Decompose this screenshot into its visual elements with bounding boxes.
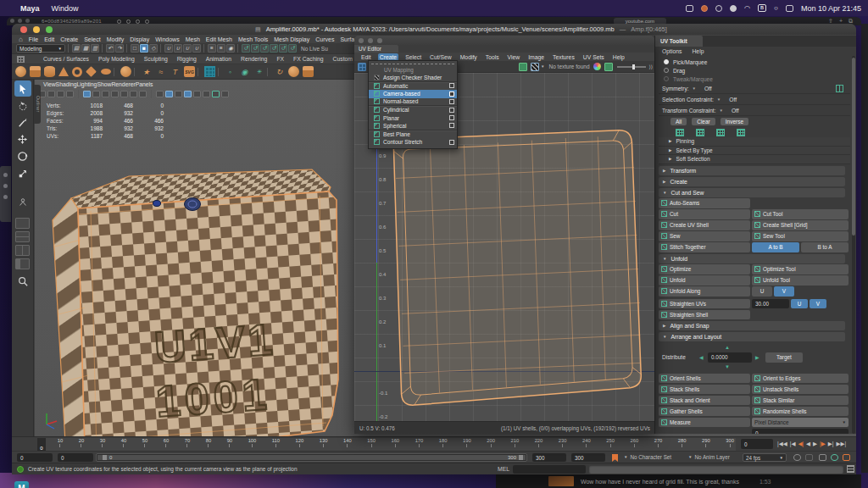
rotate-orange-icon[interactable]: ↻ [274,66,285,77]
playback-button[interactable]: |▶ [820,441,826,447]
dropdown-menu-item[interactable]: Camera-based [369,90,457,98]
current-frame-field[interactable]: 0 [741,439,773,449]
lighting-icon[interactable] [111,91,119,97]
distribute-value-field[interactable]: 0.0000 [708,352,752,363]
playback-button[interactable]: ◀| [798,441,804,447]
main-menu-item[interactable]: Mesh [186,36,200,42]
uv-snapshot-icon[interactable] [604,63,613,71]
zoom-tool-icon[interactable] [14,273,31,289]
record-status-icon[interactable] [730,5,737,12]
anim-prefs-clock-icon[interactable] [831,454,838,461]
toolkit-button[interactable]: Optimize [659,264,750,274]
scale-tool[interactable] [14,165,31,181]
swirl-sphere-icon[interactable] [288,66,299,77]
selection-button[interactable]: Clear [692,118,715,125]
current-time-marker[interactable]: 0 [37,438,46,451]
soft-select-icon[interactable]: ↺ [251,44,259,53]
layout-outliner-persp[interactable] [15,258,30,269]
uv-shell-wireframe[interactable] [380,125,653,418]
symmetry-cycle-icon[interactable]: ↺ [242,44,250,53]
straighten-u-toggle[interactable]: U [791,299,808,309]
straighten-shell-button[interactable]: Straighten Shell [659,310,750,320]
wifi-icon[interactable]: ◠ [744,4,750,12]
shelf-tab[interactable]: Rendering [241,56,267,62]
measure-button[interactable]: Measure [659,418,750,428]
uv-zoom-button[interactable] [377,38,382,43]
skeleton-icon[interactable]: ✳ [253,66,264,77]
playback-button[interactable]: |◀◀ [777,441,787,447]
xray-joints-icon[interactable] [184,91,192,97]
close-button[interactable] [20,26,27,33]
to-vertices-icon[interactable] [676,129,684,136]
playback-button[interactable]: ▶| [828,441,834,447]
image-plane-icon[interactable] [66,91,74,97]
select-object-icon[interactable]: ■ [140,44,148,53]
straighten-v-toggle[interactable]: V [810,299,826,309]
xray-icon[interactable] [175,91,182,97]
control-center-icon[interactable] [786,5,793,12]
playback-button[interactable]: ◀ [806,441,810,447]
unfold-along-v-toggle[interactable]: V [774,286,794,297]
viewport-menu-item[interactable]: Renderer [111,81,135,87]
cache-icon[interactable] [805,454,813,461]
cut-sew-header[interactable]: ▼Cut and Sew [659,188,845,197]
uv-menu-item[interactable]: UV Sets [581,53,606,61]
a-to-b-toggle[interactable]: A to B [752,242,799,252]
dropdown-menu-item[interactable]: Spherical [369,122,457,130]
symmetry-row[interactable]: Symmetry:▼ Off [659,83,850,94]
exposure-icon[interactable] [193,91,201,97]
playback-button[interactable]: ▶ [813,441,817,447]
main-menu-item[interactable]: Modify [107,36,125,42]
to-faces-icon[interactable] [716,129,725,136]
toolkit-button[interactable]: Cut [659,209,750,219]
poly-plane-icon[interactable] [86,66,97,77]
main-menu-item[interactable]: Edit Mesh [206,36,232,42]
new-scene-icon[interactable]: ▤ [72,44,81,53]
toolkit-button[interactable]: Unfold [659,275,750,286]
snap-point-icon[interactable]: ∪ [183,44,192,53]
undo-icon[interactable]: ↶ [106,44,114,53]
image-display-icon[interactable] [519,63,527,71]
textured-icon[interactable] [102,91,109,97]
select-hierarchy-icon[interactable]: □ [131,44,139,53]
selection-mode-radio[interactable]: Tweak/Marquee [659,75,850,83]
shelf-tab[interactable]: Curves / Surfaces [43,56,89,62]
search-icon[interactable]: ○ [774,4,778,12]
isolate-select-icon[interactable] [156,91,164,97]
dropdown-menu-item[interactable]: Cylindrical [369,106,457,114]
curve-tool-icon[interactable]: ≈ [155,66,166,77]
character-set-selector[interactable]: ▼No Character Set [624,454,671,460]
uv-minimize-button[interactable] [368,38,373,43]
option-box-icon[interactable] [449,83,454,88]
collapsed-subsection[interactable]: ▶Select By Type [659,147,850,156]
selection-button[interactable]: Inverse [721,118,748,125]
move-tool[interactable] [14,131,31,147]
time-slider[interactable]: 0102030405060708090100110120130140150160… [12,436,856,451]
collapsed-section-header[interactable]: ▶Create [659,177,845,186]
dim-image-slider[interactable] [617,66,646,68]
amplifier-model[interactable]: U1V1 1001 [50,162,347,436]
bookmark-icon[interactable] [57,91,64,97]
toolkit-button[interactable]: Create Shell [Grid] [752,220,849,230]
expand-toolbar-icon[interactable]: ⟩⟩ [649,64,654,69]
anim-layer-selector[interactable]: ▼No Anim Layer [688,454,730,460]
select-tool[interactable] [14,80,31,97]
construction-history-icon[interactable]: ◉ [226,44,235,53]
uv-close-button[interactable] [359,38,364,43]
dropdown-menu-item[interactable]: Normal-based [369,98,457,107]
reflection-icon[interactable]: ↺ [260,44,269,53]
texture-display-icon[interactable] [165,91,173,97]
ik-handle-icon[interactable]: ◉ [239,66,250,77]
distribute-up-caret[interactable]: ▲ [725,345,730,350]
toolkit-button[interactable]: Orient Shells [659,374,750,384]
to-uvs-icon[interactable] [737,129,745,136]
toolkit-button[interactable]: Create UV Shell [659,220,750,230]
playback-status-icon[interactable] [715,5,722,12]
input-connections-icon[interactable]: ≡ [208,44,216,53]
main-menu-item[interactable]: Curves [315,36,334,42]
collapsed-subsection[interactable]: ▶Pinning [659,137,850,147]
time-slider-track[interactable]: 0102030405060708090100110120130140150160… [37,438,736,451]
distribute-left-caret[interactable]: ◀ [699,354,704,360]
viewport-menu-item[interactable]: Lighting [77,81,97,87]
measure-value-field[interactable]: 0 [752,429,849,435]
